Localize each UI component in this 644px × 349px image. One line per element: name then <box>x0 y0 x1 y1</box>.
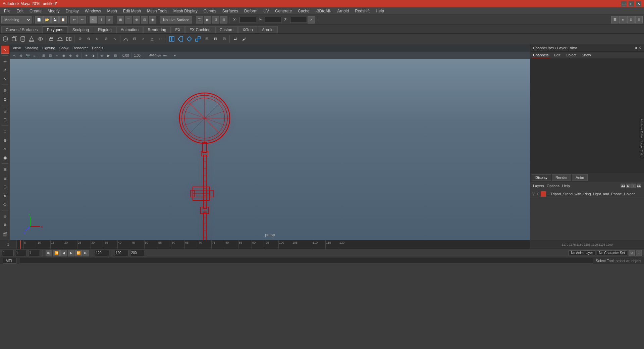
vp-hide-btn[interactable]: ⊟ <box>112 52 118 58</box>
show-manip-lt[interactable]: ⊞ <box>1 107 9 115</box>
vp-cam-btn[interactable]: 📷 <box>25 52 31 58</box>
rotate-tool-lt[interactable]: ↺ <box>1 66 9 74</box>
render-btn[interactable]: 🎬 <box>196 16 203 23</box>
icon-side7[interactable]: ⊗ <box>1 221 9 229</box>
frame-field3[interactable]: 1 <box>28 250 40 256</box>
viewport-icon[interactable]: 🎬 <box>1 231 9 239</box>
save-as-btn[interactable]: 📋 <box>59 16 67 23</box>
move-tool-lt[interactable]: ✛ <box>1 57 9 65</box>
attribute-editor-tab[interactable]: Attribute Editor / Layer Editor <box>639 117 644 159</box>
tab-arnold[interactable]: Arnold <box>258 26 278 33</box>
quad-btn[interactable]: □ <box>157 35 165 43</box>
char-set-icon[interactable]: ☰ <box>636 250 642 256</box>
extrude-btn[interactable] <box>47 35 55 43</box>
universal-manip-lt[interactable]: ⊕ <box>1 87 9 95</box>
vp-grid-btn[interactable]: ⊞ <box>41 52 47 58</box>
snap-grid-btn[interactable]: ⊞ <box>117 16 124 23</box>
lasso-select-btn[interactable]: ⌇ <box>98 16 105 23</box>
vp-show-btn[interactable]: ▶ <box>106 52 112 58</box>
icon-side4[interactable]: ◈ <box>1 192 9 200</box>
char-set-dropdown[interactable]: No Character Set <box>597 250 627 255</box>
menu-curves[interactable]: Curves <box>201 8 219 14</box>
timeline-playhead[interactable] <box>20 240 21 249</box>
redo-btn[interactable]: ↪ <box>78 16 86 23</box>
menu-cache[interactable]: Cache <box>295 8 312 14</box>
range-start-field[interactable]: 120 <box>115 250 129 256</box>
play-back-btn[interactable]: ◀ <box>60 250 67 256</box>
tab-custom[interactable]: Custom <box>215 26 238 33</box>
tab-animation[interactable]: Animation <box>116 26 143 33</box>
vp-shadow-btn[interactable]: ◑ <box>90 52 96 58</box>
boolean-diff-btn[interactable]: ⊖ <box>102 35 110 43</box>
smooth-lt[interactable]: ○ <box>1 145 9 153</box>
menu-file[interactable]: File <box>1 8 13 14</box>
outliner-btn[interactable]: ⊞ <box>635 16 643 23</box>
icon-side2[interactable]: ⊞ <box>1 174 9 182</box>
anim-settings-btn[interactable]: ⚙ <box>629 250 635 256</box>
z-coord-input[interactable] <box>290 17 307 23</box>
paint-select-btn[interactable]: ⌀ <box>106 16 113 23</box>
vp-gamma-menu[interactable]: ▾ <box>172 52 178 58</box>
y-coord-input[interactable] <box>265 17 281 23</box>
rp-close-btn[interactable]: ✕ <box>638 46 641 50</box>
menu-mesh[interactable]: Mesh <box>104 8 119 14</box>
icon-side6[interactable]: ⊕ <box>1 212 9 220</box>
rp-opt-help[interactable]: Help <box>562 184 570 188</box>
vp-move-btn[interactable]: ⊕ <box>18 52 24 58</box>
vp-menu-renderer[interactable]: Renderer <box>72 46 88 50</box>
edge-snap-btn[interactable] <box>176 35 184 43</box>
current-frame-field[interactable]: 1 <box>2 250 14 256</box>
vp-menu-lighting[interactable]: Lighting <box>42 46 55 50</box>
viewport[interactable]: View Shading Lighting Show Renderer Pane… <box>10 44 530 240</box>
step-back-btn[interactable]: ⏪ <box>53 250 60 256</box>
mel-label[interactable]: MEL <box>3 258 16 264</box>
tab-rigging[interactable]: Rigging <box>94 26 116 33</box>
paint-tool-lt[interactable]: □ <box>1 128 9 136</box>
menu-mesh-tools[interactable]: Mesh Tools <box>144 8 170 14</box>
menu-arnold[interactable]: Arnold <box>334 8 352 14</box>
menu-generate[interactable]: Generate <box>272 8 294 14</box>
poly-torus-btn[interactable] <box>36 35 44 43</box>
rp-tab-render[interactable]: Render <box>552 174 571 181</box>
vp-smooth-btn[interactable]: ◉ <box>61 52 67 58</box>
last-tool-lt[interactable]: ⊡ <box>1 116 9 124</box>
uvset-btn[interactable] <box>194 35 202 43</box>
tab-rendering[interactable]: Rendering <box>143 26 170 33</box>
rp-tab-show[interactable]: Show <box>580 52 592 58</box>
uvset3-btn[interactable]: ⊡ <box>211 35 219 43</box>
rp-opt-layers[interactable]: Layers <box>533 184 544 188</box>
timeline-scrubber[interactable]: 5 10 15 20 25 30 35 40 45 50 55 60 65 70… <box>17 240 530 249</box>
menu-edit-mesh[interactable]: Edit Mesh <box>120 8 144 14</box>
poly-sphere-btn[interactable] <box>1 35 9 43</box>
transfer-attr-btn[interactable]: ⇄ <box>231 35 239 43</box>
vp-menu-view[interactable]: View <box>13 46 21 50</box>
combine-btn[interactable]: ⊕ <box>76 35 84 43</box>
rp-tab-edit[interactable]: Edit <box>552 52 561 58</box>
rp-scroll-new[interactable]: + <box>631 184 636 188</box>
play-fwd-btn[interactable]: ▶ <box>68 250 74 256</box>
separate-btn[interactable]: ⊖ <box>85 35 93 43</box>
undo-btn[interactable]: ↩ <box>70 16 78 23</box>
new-scene-btn[interactable]: 📄 <box>35 16 43 23</box>
render-region-btn[interactable]: ⊟ <box>220 16 227 23</box>
snap-view-btn[interactable]: ⊡ <box>141 16 148 23</box>
vp-wireframe-btn[interactable]: ⊡ <box>47 52 53 58</box>
minimize-btn[interactable]: — <box>621 1 627 6</box>
anim-layer-dropdown[interactable]: No Anim Layer <box>569 250 595 255</box>
tab-fx[interactable]: FX <box>171 26 185 33</box>
rp-tab-display[interactable]: Display <box>532 174 551 181</box>
render-settings-btn[interactable]: ⚙ <box>212 16 219 23</box>
select-tool-btn[interactable]: ↖ <box>90 16 97 23</box>
vp-gamma-select[interactable]: sRGB gamma <box>145 52 171 58</box>
title-bar-controls[interactable]: — □ ✕ <box>621 1 641 6</box>
tab-fx-caching[interactable]: FX Caching <box>185 26 215 33</box>
fill-hole-btn[interactable]: ○ <box>139 35 147 43</box>
timeline[interactable]: 1 5 10 15 20 25 30 35 40 45 50 55 60 65 … <box>0 240 644 249</box>
tab-polygons[interactable]: Polygons <box>42 26 67 33</box>
range-end-field[interactable]: 200 <box>130 250 144 256</box>
end-frame-field[interactable]: 120 <box>95 250 109 256</box>
triangulate-btn[interactable]: △ <box>148 35 156 43</box>
menu-uv[interactable]: UV <box>261 8 272 14</box>
snap-surface-btn[interactable]: ◉ <box>149 16 156 23</box>
mirror-btn[interactable]: ⊟ <box>130 35 139 43</box>
